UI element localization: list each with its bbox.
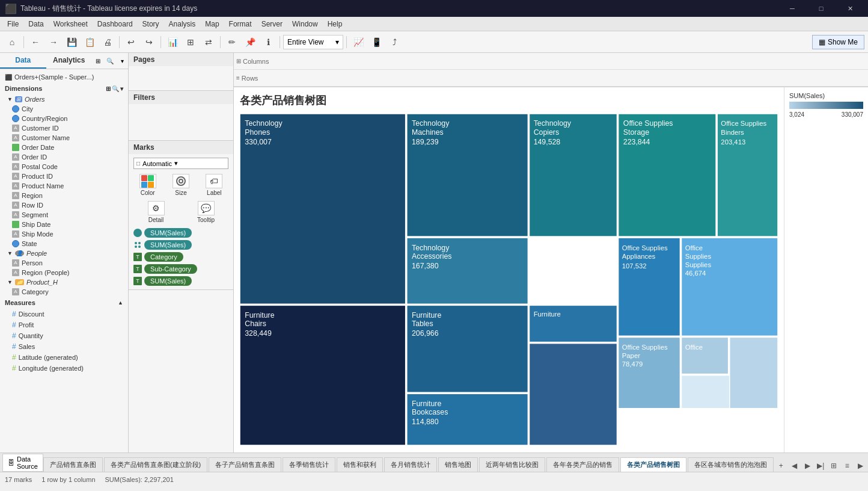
dim-shipmode[interactable]: A Ship Mode bbox=[2, 229, 126, 239]
tab-analytics[interactable]: Analytics bbox=[46, 53, 93, 69]
dim-postalcode[interactable]: A Postal Code bbox=[2, 162, 126, 171]
orders-group[interactable]: ▼ ⊞ Orders bbox=[2, 94, 126, 104]
tab-nav-left[interactable]: ◀ bbox=[788, 460, 800, 472]
menubar-item-data[interactable]: Data bbox=[23, 19, 48, 29]
save-button[interactable]: 💾 bbox=[63, 34, 80, 50]
menubar-item-help[interactable]: Help bbox=[323, 19, 347, 29]
tab-present[interactable]: ▶ bbox=[854, 460, 866, 472]
chart-button[interactable]: 📊 bbox=[164, 34, 181, 50]
dim-orderdate[interactable]: Order Date bbox=[2, 143, 126, 152]
home-button[interactable]: ⌂ bbox=[4, 34, 20, 50]
sidebar-more-icon[interactable]: ▾ bbox=[116, 53, 128, 69]
device-button[interactable]: 📱 bbox=[368, 34, 385, 50]
swap-button[interactable]: ⇄ bbox=[200, 34, 217, 50]
share-button[interactable]: ⤴ bbox=[386, 34, 403, 50]
table-button[interactable]: ⊞ bbox=[182, 34, 199, 50]
forward-button[interactable]: → bbox=[45, 34, 62, 50]
menubar-item-format[interactable]: Format bbox=[224, 19, 257, 29]
dim-customername[interactable]: A Customer Name bbox=[2, 133, 126, 143]
tab-sales-map[interactable]: 销售地图 bbox=[438, 457, 478, 472]
save-as-button[interactable]: 📋 bbox=[81, 34, 98, 50]
menubar-item-analysis[interactable]: Analysis bbox=[164, 19, 201, 29]
measure-profit[interactable]: # Profit bbox=[2, 320, 126, 330]
tab-nav-right[interactable]: ▶ bbox=[801, 460, 813, 472]
pin-button[interactable]: 📌 bbox=[242, 34, 258, 50]
people-group[interactable]: ▼ 👤 People bbox=[2, 249, 126, 258]
view-dropdown[interactable]: Entire View ▾ bbox=[283, 35, 343, 49]
marks-color-btn[interactable]: Color bbox=[132, 173, 164, 197]
columns-content[interactable] bbox=[275, 53, 866, 69]
menubar-item-dashboard[interactable]: Dashboard bbox=[93, 19, 138, 29]
category-pill[interactable]: Category bbox=[144, 252, 183, 262]
menubar-item-server[interactable]: Server bbox=[257, 19, 287, 29]
dimensions-grid-btn[interactable]: ⊞ bbox=[106, 85, 111, 92]
sidebar-grid-icon[interactable]: ⊞ bbox=[92, 53, 104, 69]
viz-button[interactable]: 📈 bbox=[350, 34, 367, 50]
maximize-button[interactable]: □ bbox=[808, 0, 834, 17]
measures-header[interactable]: Measures ▲ bbox=[2, 297, 126, 309]
dim-region-people[interactable]: A Region (People) bbox=[2, 268, 126, 277]
dimensions-header[interactable]: Dimensions ⊞ 🔍 ▾ bbox=[2, 82, 126, 94]
marks-dropdown[interactable]: □ Automatic ▾ bbox=[133, 158, 228, 169]
sales-pill-3[interactable]: SUM(Sales) bbox=[144, 276, 192, 286]
tab-annual-category[interactable]: 各年各类产品的销售 bbox=[546, 457, 619, 472]
subcategory-pill[interactable]: Sub-Category bbox=[144, 264, 197, 274]
tab-data[interactable]: Data bbox=[0, 53, 46, 69]
back-button[interactable]: ← bbox=[27, 34, 44, 50]
dim-orderid[interactable]: A Order ID bbox=[2, 152, 126, 162]
tab-seasonal-sales[interactable]: 各季销售统计 bbox=[283, 457, 335, 472]
dim-productid[interactable]: A Product ID bbox=[2, 171, 126, 181]
sales-pill-1[interactable]: SUM(Sales) bbox=[144, 228, 192, 238]
tab-nav-end[interactable]: ▶| bbox=[815, 460, 827, 472]
menubar-item-window[interactable]: Window bbox=[287, 19, 323, 29]
office-small-rect[interactable] bbox=[682, 337, 729, 374]
dim-person[interactable]: A Person bbox=[2, 258, 126, 268]
tab-grid-view[interactable]: ⊞ bbox=[828, 460, 840, 472]
marks-label-btn[interactable]: 🏷 Label bbox=[198, 173, 230, 197]
tab-treemap[interactable]: 各类产品销售树图 bbox=[620, 457, 686, 472]
dimensions-more-btn[interactable]: ▾ bbox=[120, 85, 123, 92]
dim-shipdate[interactable]: Ship Date bbox=[2, 220, 126, 229]
show-me-button[interactable]: ▦ Show Me bbox=[812, 35, 864, 49]
dim-region[interactable]: A Region bbox=[2, 191, 126, 200]
dim-segment[interactable]: A Segment bbox=[2, 210, 126, 220]
measure-quantity[interactable]: # Quantity bbox=[2, 330, 126, 341]
measure-lon[interactable]: # Longitude (generated) bbox=[2, 363, 126, 374]
menubar-item-worksheet[interactable]: Worksheet bbox=[49, 19, 93, 29]
tab-sales-profit[interactable]: 销售和获利 bbox=[337, 457, 383, 472]
product-h-group[interactable]: ▼ 📁 Product_H bbox=[2, 277, 126, 287]
tab-bubble-city[interactable]: 各区各城市销售的泡泡图 bbox=[688, 457, 774, 472]
sales-pill-2[interactable]: SUM(Sales) bbox=[144, 240, 192, 250]
tab-bar-chart-category-staged[interactable]: 各类产品销售直条图(建立阶段) bbox=[104, 457, 207, 472]
tab-bar-chart-subproduct[interactable]: 各子产品销售直条图 bbox=[209, 457, 281, 472]
tab-bar-chart-product[interactable]: 产品销售直条图 bbox=[43, 457, 103, 472]
source-tab[interactable]: 🗄 Data Source bbox=[2, 454, 43, 472]
tab-film-view[interactable]: ≡ bbox=[841, 460, 853, 472]
dim-productname[interactable]: A Product Name bbox=[2, 181, 126, 191]
dim-country[interactable]: Country/Region bbox=[2, 114, 126, 123]
minimize-button[interactable]: ─ bbox=[779, 0, 805, 17]
menubar-item-map[interactable]: Map bbox=[200, 19, 224, 29]
measure-sales[interactable]: # Sales bbox=[2, 341, 126, 352]
tab-monthly-sales[interactable]: 各月销售统计 bbox=[384, 457, 437, 472]
marks-detail-btn[interactable]: ⚙ Detail bbox=[141, 200, 172, 224]
print-button[interactable]: 🖨 bbox=[99, 34, 116, 50]
dim-state[interactable]: State bbox=[2, 239, 126, 249]
highlight-button[interactable]: ✏ bbox=[224, 34, 240, 50]
measure-discount[interactable]: # Discount bbox=[2, 309, 126, 320]
info-button[interactable]: ℹ bbox=[260, 34, 277, 50]
dim-city[interactable]: City bbox=[2, 104, 126, 114]
new-sheet-btn[interactable]: + bbox=[775, 460, 787, 472]
rows-content[interactable] bbox=[275, 70, 866, 86]
measure-lat[interactable]: # Latitude (generated) bbox=[2, 352, 126, 363]
furniture-extra-rect[interactable] bbox=[529, 344, 617, 445]
tab-two-year-compare[interactable]: 近两年销售比较图 bbox=[479, 457, 545, 472]
marks-tooltip-btn[interactable]: 💬 Tooltip bbox=[191, 200, 222, 224]
marks-size-btn[interactable]: Size bbox=[165, 173, 197, 197]
redo-button[interactable]: ↪ bbox=[141, 34, 157, 50]
data-source-item[interactable]: ⬛ Orders+(Sample - Super...) bbox=[2, 72, 126, 82]
dim-category[interactable]: A Category bbox=[2, 287, 126, 297]
office-tiny3-rect[interactable] bbox=[730, 337, 778, 408]
dimensions-search-btn[interactable]: 🔍 bbox=[112, 85, 119, 92]
menubar-item-story[interactable]: Story bbox=[138, 19, 164, 29]
